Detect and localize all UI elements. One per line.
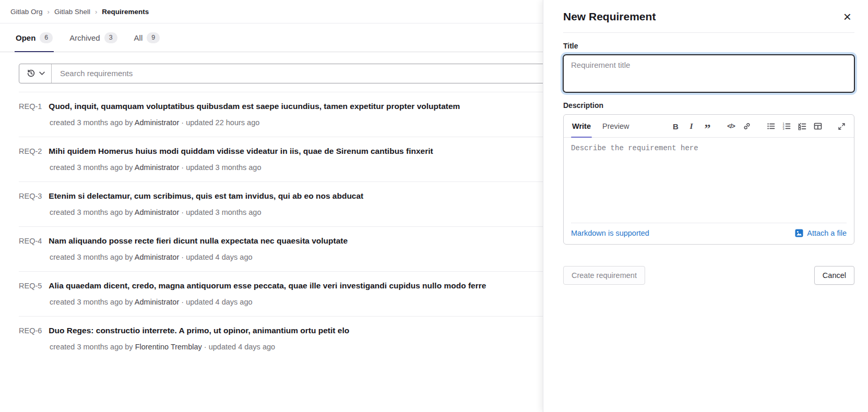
requirement-row[interactable]: REQ-5 Alia quaedam dicent, credo, magna … <box>19 271 543 316</box>
requirement-updated: updated 4 days ago <box>186 253 252 261</box>
breadcrumb-link-project[interactable]: Gitlab Shell <box>54 8 90 16</box>
markdown-editor: Write Preview B I ” </> <box>563 114 854 245</box>
cancel-button[interactable]: Cancel <box>814 266 854 285</box>
requirement-meta: created 3 months ago by Administrator · … <box>50 163 543 172</box>
tab-all[interactable]: All 9 <box>133 23 161 52</box>
close-button[interactable]: × <box>840 9 854 25</box>
meta-separator: · <box>181 163 184 172</box>
attach-image-icon <box>795 229 803 237</box>
requirement-author: Administrator <box>135 298 179 306</box>
requirement-author: Administrator <box>135 208 179 216</box>
markdown-editor-footer: Markdown is supported Attach a file <box>571 223 847 244</box>
attach-file-button[interactable]: Attach a file <box>795 229 847 237</box>
markdown-supported-link[interactable]: Markdown is supported <box>571 229 649 237</box>
tab-open[interactable]: Open 6 <box>15 23 54 52</box>
editor-mode-tabs: Write Preview <box>571 115 631 137</box>
italic-button[interactable]: I <box>684 119 698 133</box>
requirement-author: Administrator <box>135 253 179 261</box>
requirement-updated: updated 3 months ago <box>186 163 261 172</box>
tab-write[interactable]: Write <box>571 115 592 137</box>
requirement-title[interactable]: Duo Reges: constructio interrete. A prim… <box>49 325 349 336</box>
title-label: Title <box>563 42 854 50</box>
search-input[interactable] <box>52 64 543 83</box>
history-icon <box>27 69 35 78</box>
requirement-title[interactable]: Alia quaedam dicent, credo, magna antiqu… <box>49 281 486 291</box>
link-icon <box>743 122 751 130</box>
drawer-title: New Requirement <box>563 10 656 23</box>
task-list-icon <box>798 122 806 130</box>
requirement-id: REQ-1 <box>19 102 42 111</box>
requirement-id: REQ-3 <box>19 192 42 200</box>
breadcrumb-current-page: Requirements <box>102 8 149 16</box>
requirement-title[interactable]: Etenim si delectamur, cum scribimus, qui… <box>49 191 363 201</box>
requirement-meta: created 3 months ago by Administrator · … <box>50 253 543 261</box>
bold-icon: B <box>673 122 679 131</box>
meta-separator: · <box>181 208 184 216</box>
svg-text:3: 3 <box>782 127 784 130</box>
requirement-id: REQ-5 <box>19 282 42 290</box>
requirement-row[interactable]: REQ-6 Duo Reges: constructio interrete. … <box>19 316 543 361</box>
fullscreen-button[interactable] <box>835 119 849 133</box>
code-icon: </> <box>727 123 734 130</box>
requirement-meta: created 3 months ago by Administrator · … <box>50 118 543 127</box>
tab-preview[interactable]: Preview <box>601 115 631 137</box>
requirement-row[interactable]: REQ-2 Mihi quidem Homerus huius modi qui… <box>19 137 543 181</box>
tab-open-label: Open <box>16 33 35 42</box>
tab-archived[interactable]: Archived 3 <box>68 23 118 52</box>
requirement-title[interactable]: Mihi quidem Homerus huius modi quiddam v… <box>49 146 433 156</box>
requirement-title[interactable]: Nam aliquando posse recte fieri dicunt n… <box>49 236 348 246</box>
requirement-row[interactable]: REQ-1 Quod, inquit, quamquam voluptatibu… <box>19 92 543 137</box>
description-label: Description <box>563 101 854 110</box>
requirement-id: REQ-2 <box>19 147 42 155</box>
create-requirement-button[interactable]: Create requirement <box>563 266 645 285</box>
meta-separator: · <box>181 253 184 261</box>
breadcrumb: Gitlab Org › Gitlab Shell › Requirements <box>0 0 543 23</box>
requirement-updated: updated 3 months ago <box>186 208 261 216</box>
task-list-button[interactable] <box>795 119 809 133</box>
italic-icon: I <box>689 122 693 131</box>
requirement-row[interactable]: REQ-3 Etenim si delectamur, cum scribimu… <box>19 181 543 226</box>
tab-all-label: All <box>134 33 143 42</box>
tab-archived-label: Archived <box>69 33 100 42</box>
table-button[interactable] <box>811 119 825 133</box>
quote-button[interactable]: ” <box>700 119 714 133</box>
drawer-header: New Requirement × <box>563 0 854 33</box>
link-button[interactable] <box>740 119 754 133</box>
requirement-title[interactable]: Quod, inquit, quamquam voluptatibus quib… <box>49 101 460 112</box>
chevron-down-icon <box>39 71 45 76</box>
main-content: Gitlab Org › Gitlab Shell › Requirements… <box>0 0 543 412</box>
requirement-author: Administrator <box>135 163 179 172</box>
state-tabs: Open 6 Archived 3 All 9 <box>0 23 543 52</box>
drawer-actions: Create requirement Cancel <box>563 266 854 285</box>
tab-archived-count-badge: 3 <box>104 32 117 43</box>
description-input[interactable] <box>564 138 854 223</box>
recent-searches-button[interactable] <box>19 64 52 83</box>
bullet-list-button[interactable] <box>764 119 778 133</box>
tab-all-count-badge: 9 <box>147 32 160 43</box>
bullet-list-icon <box>767 122 775 130</box>
breadcrumb-separator-icon: › <box>95 8 97 16</box>
requirement-title-input[interactable] <box>563 55 854 92</box>
requirement-author: Florentino Tremblay <box>135 343 202 351</box>
requirement-id: REQ-6 <box>19 326 42 335</box>
breadcrumb-separator-icon: › <box>47 8 50 16</box>
meta-separator: · <box>181 298 184 306</box>
requirement-id: REQ-4 <box>19 237 42 245</box>
requirements-list: REQ-1 Quod, inquit, quamquam voluptatibu… <box>19 92 543 361</box>
bold-button[interactable]: B <box>669 119 683 133</box>
attach-file-label: Attach a file <box>807 229 847 237</box>
numbered-list-button[interactable]: 1 2 3 <box>779 119 793 133</box>
numbered-list-icon: 1 2 3 <box>782 122 791 130</box>
requirements-page: Gitlab Org › Gitlab Shell › Requirements… <box>0 0 868 412</box>
search-box <box>19 64 543 83</box>
markdown-editor-header: Write Preview B I ” </> <box>564 115 854 138</box>
fullscreen-icon <box>838 123 846 130</box>
code-button[interactable]: </> <box>724 119 738 133</box>
search-row <box>19 64 543 83</box>
requirement-meta: created 3 months ago by Florentino Tremb… <box>50 343 543 351</box>
close-icon: × <box>843 9 851 25</box>
new-requirement-drawer: New Requirement × Title Description Writ… <box>543 0 868 412</box>
breadcrumb-link-group[interactable]: Gitlab Org <box>10 8 43 16</box>
quote-icon: ” <box>705 126 710 131</box>
requirement-row[interactable]: REQ-4 Nam aliquando posse recte fieri di… <box>19 226 543 271</box>
